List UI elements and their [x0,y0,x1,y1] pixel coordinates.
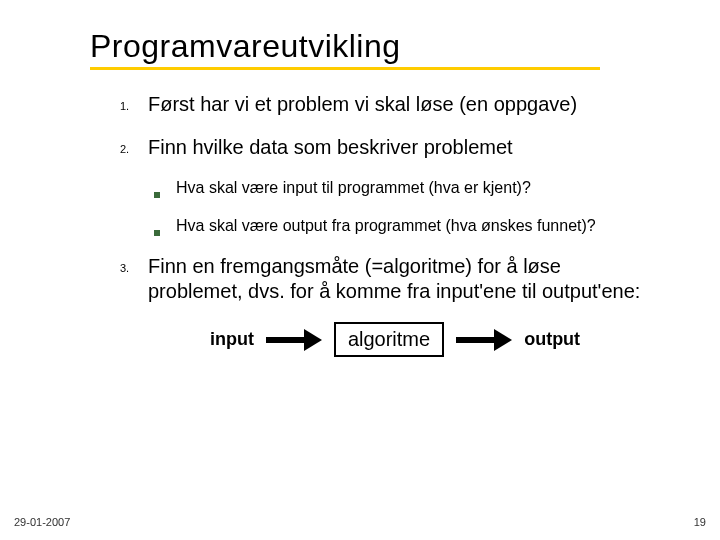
item-text: Finn hvilke data som beskriver problemet [148,135,660,160]
footer-page-number: 19 [694,516,706,528]
slide: Programvareutvikling 1. Først har vi et … [0,0,720,540]
flow-diagram: input algoritme output [130,322,660,357]
item-text: Først har vi et problem vi skal løse (en… [148,92,660,117]
item-text: Finn en fremgangsmåte (=algoritme) for å… [148,254,660,304]
title-underline [90,67,600,70]
square-bullet-icon [154,178,176,202]
slide-title: Programvareutvikling [90,28,680,65]
sub-item-text: Hva skal være input til programmet (hva … [176,178,660,202]
sub-list: Hva skal være input til programmet (hva … [154,178,660,240]
title-wrap: Programvareutvikling [90,28,680,70]
sub-item-text: Hva skal være output fra programmet (hva… [176,216,660,240]
item-marker: 3. [120,254,148,304]
square-bullet-icon [154,216,176,240]
diagram-output-label: output [524,329,580,350]
arrow-right-icon [266,332,322,348]
sub-list-item: Hva skal være input til programmet (hva … [154,178,660,202]
arrow-right-icon [456,332,512,348]
item-marker: 1. [120,92,148,117]
sub-list-item: Hva skal være output fra programmet (hva… [154,216,660,240]
list-item: 3. Finn en fremgangsmåte (=algoritme) fo… [120,254,660,304]
list-item: 2. Finn hvilke data som beskriver proble… [120,135,660,160]
slide-footer: 29-01-2007 19 [14,516,706,528]
list-item: 1. Først har vi et problem vi skal løse … [120,92,660,117]
diagram-input-label: input [210,329,254,350]
diagram-algorithm-box: algoritme [334,322,444,357]
content-area: 1. Først har vi et problem vi skal løse … [120,92,660,357]
item-marker: 2. [120,135,148,160]
footer-date: 29-01-2007 [14,516,70,528]
